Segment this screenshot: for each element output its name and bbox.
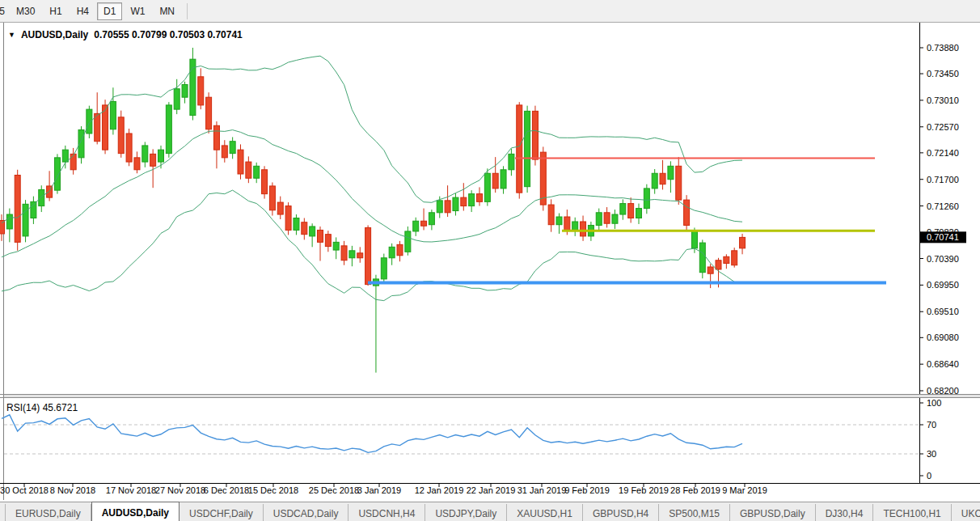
candle-body [126, 133, 132, 162]
candle-body [54, 158, 60, 190]
date-tick-label: 28 Feb 2019 [670, 485, 720, 495]
price-tick-label: 0.73010 [927, 95, 959, 105]
candle-body [469, 194, 475, 206]
chart-tab-usdcad-daily[interactable]: USDCAD,Daily [264, 504, 349, 521]
candle-body [222, 146, 227, 158]
candle-body [413, 221, 419, 231]
rsi-scale-label: 30 [927, 449, 936, 459]
candle-body [691, 231, 697, 248]
candle-body [740, 237, 746, 248]
candle-body [668, 166, 674, 179]
date-tick-label: 31 Jan 2019 [517, 485, 567, 495]
candle-body [532, 111, 538, 159]
timeframe-button-h4[interactable]: H4 [70, 2, 95, 20]
candle-body [620, 204, 626, 214]
candle-body [556, 217, 562, 225]
candle-body [39, 189, 44, 205]
timeframe-button-5[interactable]: 5 [0, 2, 8, 20]
timeframe-toolbar: 5M30H1H4D1W1MN [0, 0, 980, 23]
price-tick-label: 0.71260 [927, 201, 959, 211]
date-tick-label: 8 Nov 2018 [50, 485, 95, 495]
candle-body [310, 227, 315, 236]
candle-body [540, 152, 546, 205]
chart-tab-xauusd-h1[interactable]: XAUUSD,H1 [507, 504, 583, 521]
candle-body [6, 214, 12, 229]
candle-body [509, 154, 514, 169]
price-tick-label: 0.71700 [927, 175, 959, 184]
candle-body [676, 166, 682, 200]
chart-tab-gbpusd-h4[interactable]: GBPUSD,H4 [583, 504, 659, 521]
candle-body [285, 206, 291, 231]
candle-body [174, 89, 180, 109]
candle-body [501, 170, 506, 188]
candle-body [110, 101, 116, 129]
candle-body [612, 214, 618, 223]
price-tick-label: 0.73880 [927, 43, 959, 53]
chart-symbol-label: AUDUSD,Daily [21, 29, 88, 40]
date-tick-label: 15 Dec 2018 [248, 485, 298, 495]
candle-body [238, 150, 243, 174]
chart-tab-usdjpy-daily[interactable]: USDJPY,Daily [425, 504, 507, 521]
candle-body [230, 142, 235, 154]
candle-body [70, 154, 76, 169]
symbol-dropdown-icon[interactable]: ▼ [8, 31, 15, 39]
price-tick-label: 0.69950 [927, 280, 959, 290]
chart-tab-audusd-daily[interactable]: AUDUSD,Daily [91, 502, 180, 521]
candle-body [421, 221, 427, 226]
candle-body [302, 222, 307, 235]
date-tick-label: 17 Nov 2018 [106, 485, 156, 495]
date-tick-label: 27 Nov 2018 [155, 485, 205, 495]
candle-body [277, 202, 283, 214]
date-tick-label: 25 Dec 2018 [309, 485, 359, 495]
price-tick-label: 0.69510 [927, 307, 959, 316]
candle-body [652, 173, 657, 188]
chart-tab-usdchf-daily[interactable]: USDCHF,Daily [180, 504, 264, 521]
candle-body [708, 267, 713, 273]
candle-body [628, 204, 634, 218]
date-tick-label: 9 Mar 2019 [722, 485, 767, 495]
date-tick-label: 30 Oct 2018 [0, 485, 49, 495]
candle-body [62, 150, 68, 162]
candle-body [461, 197, 467, 205]
timeframe-button-m30[interactable]: M30 [10, 2, 41, 20]
candle-body [581, 222, 586, 236]
price-tick-label: 0.73450 [927, 69, 959, 78]
timeframe-button-mn[interactable]: MN [153, 2, 181, 20]
candle-body [596, 213, 602, 226]
chart-tab-gbpusd-daily[interactable]: GBPUSD,Daily [730, 504, 816, 521]
candle-body [397, 244, 403, 255]
date-tick-label: 22 Jan 2019 [467, 485, 516, 495]
chart-canvas[interactable]: 0.738800.734500.730100.725700.721400.717… [0, 23, 980, 502]
timeframe-button-w1[interactable]: W1 [124, 2, 151, 20]
timeframe-button-d1[interactable]: D1 [97, 2, 122, 20]
candle-body [389, 247, 395, 257]
chart-tab-usdcnh-h4[interactable]: USDCNH,H4 [348, 504, 425, 521]
timeframe-button-h1[interactable]: H1 [43, 2, 68, 20]
candle-body [405, 231, 411, 252]
chart-tab-bar: EURUSD,DailyAUDUSD,DailyUSDCHF,DailyUSDC… [0, 502, 980, 521]
candle-body [318, 230, 323, 242]
candle-body [118, 117, 124, 154]
candle-body [604, 213, 610, 223]
candle-body [246, 162, 251, 178]
chart-tab-ukc[interactable]: UKC [952, 504, 980, 521]
rsi-indicator-label: RSI(14) 45.6721 [6, 402, 78, 413]
chart-tab-dj30-h4[interactable]: DJ30,H4 [816, 504, 874, 521]
chart-tab-sp500-m15[interactable]: SP500,M15 [659, 504, 730, 521]
rsi-scale-label: 100 [927, 398, 941, 408]
chart-tab-eurusd-daily[interactable]: EURUSD,Daily [5, 504, 91, 521]
candle-body [548, 205, 554, 225]
candle-body [333, 242, 339, 250]
candle-body [158, 150, 164, 162]
candle-body [254, 166, 260, 178]
candle-body [15, 176, 20, 243]
candle-body [23, 204, 28, 236]
date-tick-label: 9 Feb 2019 [564, 485, 610, 495]
candle-body [262, 170, 268, 194]
candle-body [453, 197, 458, 210]
candle-body [492, 173, 498, 188]
candle-body [95, 113, 100, 141]
candle-body [437, 201, 442, 213]
chart-tab-tech100-h1[interactable]: TECH100,H1 [873, 504, 951, 521]
price-tick-label: 0.68640 [927, 359, 959, 369]
